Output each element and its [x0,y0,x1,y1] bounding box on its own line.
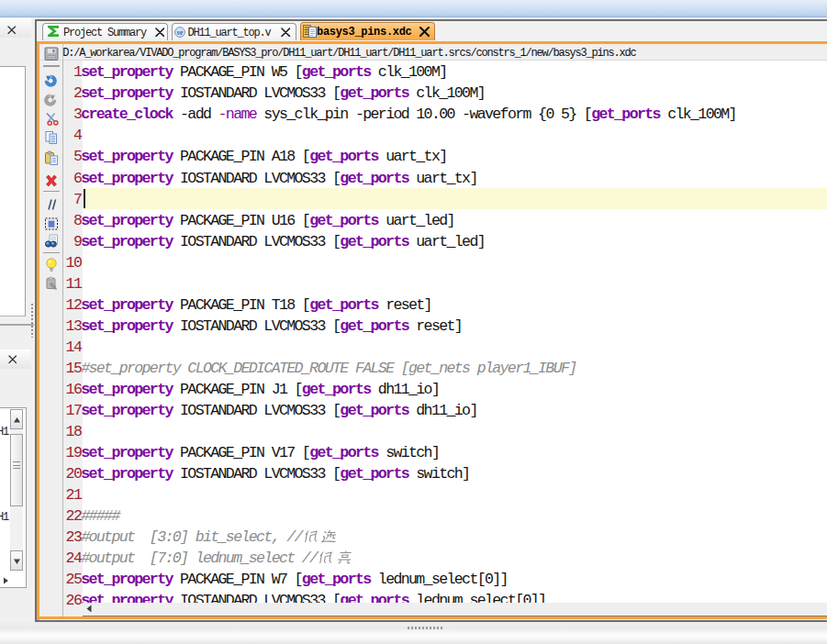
svg-text:ve: ve [177,28,184,36]
